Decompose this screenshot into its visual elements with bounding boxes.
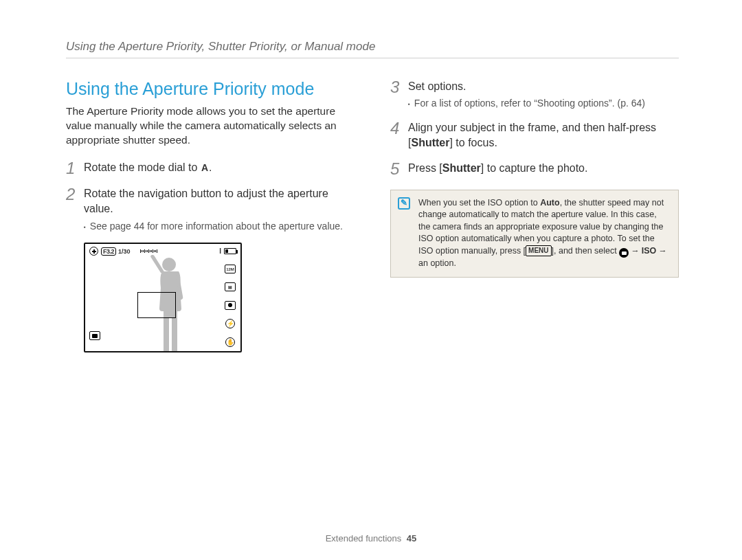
camera-display: F3.2 1/30 I (84, 243, 242, 352)
battery-bars: I (219, 247, 221, 255)
breadcrumb: Using the Aperture Priority, Shutter Pri… (66, 40, 679, 58)
camera-dial-icon (619, 248, 629, 258)
step-number: 3 (390, 79, 408, 96)
iso-label: ISO (642, 246, 657, 256)
step-2: 2 Rotate the navigation button to adjust… (66, 186, 355, 233)
note-icon: ✎ (398, 197, 410, 210)
column-right: 3 Set options. For a list of options, re… (390, 79, 679, 352)
metering-icon (225, 301, 236, 310)
step-text: Align your subject in the frame, and the… (408, 120, 679, 151)
intro-paragraph: The Aperture Priority mode allows you to… (66, 104, 355, 148)
quality-icon: ▤ (225, 282, 236, 291)
aperture-badge: F3.2 (101, 247, 116, 256)
shutter-label: Shutter (442, 162, 481, 174)
display-right-icons: 12M ▤ ⚡ ✋ (224, 265, 236, 347)
step-text: Press [Shutter] to capture the photo. (408, 161, 587, 176)
text-fragment: . (209, 161, 212, 173)
text-fragment: ] to focus. (449, 137, 497, 148)
arrow-icon: → (656, 246, 669, 256)
text-fragment: When you set the ISO option to (418, 198, 540, 208)
text-fragment: ] to capture the photo. (481, 162, 588, 174)
step-subtext: See page 44 for more information about t… (84, 220, 355, 234)
step-text: Rotate the navigation button to adjust t… (84, 186, 355, 233)
step-text: Set options. For a list of options, refe… (408, 79, 645, 111)
drive-mode-icon (89, 331, 100, 340)
ev-scale-icon (135, 249, 220, 253)
subtext-label: See page 44 for more information about t… (90, 220, 343, 234)
note-text: When you set the ISO option to Auto, the… (418, 197, 670, 270)
text-fragment: Press [ (408, 162, 442, 174)
step-1: 1 Rotate the mode dial to A. (66, 160, 355, 177)
column-left: Using the Aperture Priority mode The Ape… (66, 79, 355, 352)
footer-section: Extended functions (326, 533, 402, 544)
section-heading: Using the Aperture Priority mode (66, 79, 355, 99)
svg-point-0 (162, 258, 176, 271)
flash-icon: ⚡ (225, 319, 235, 328)
step-number: 4 (390, 120, 408, 137)
step-3: 3 Set options. For a list of options, re… (390, 79, 679, 111)
stabilizer-icon: ✋ (225, 337, 235, 347)
battery-icon (224, 248, 236, 254)
content-columns: Using the Aperture Priority mode The Ape… (66, 79, 679, 352)
step-number: 5 (390, 161, 408, 177)
step-5: 5 Press [Shutter] to capture the photo. (390, 161, 679, 177)
resolution-icon: 12M (225, 265, 236, 273)
page: Using the Aperture Priority, Shutter Pri… (0, 0, 742, 560)
shutter-speed: 1/30 (118, 248, 131, 255)
text-fragment: an option. (418, 258, 456, 268)
auto-label: Auto (540, 198, 559, 208)
text-fragment: ], and then select (552, 246, 620, 256)
mode-A-icon: A (201, 162, 209, 173)
af-frame-icon (137, 292, 176, 318)
step-number: 1 (66, 160, 84, 177)
text-fragment: Rotate the navigation button to adjust t… (84, 186, 355, 217)
step-number: 2 (66, 186, 84, 203)
arrow-icon: → (629, 246, 642, 256)
page-footer: Extended functions 45 (0, 533, 742, 544)
step-subtext: For a list of options, refer to “Shootin… (408, 97, 645, 111)
menu-button-icon: MENU (526, 245, 551, 256)
note-box: ✎ When you set the ISO option to Auto, t… (390, 190, 679, 278)
subtext-label: For a list of options, refer to “Shootin… (414, 97, 645, 111)
page-number: 45 (407, 533, 416, 544)
shutter-label: Shutter (411, 137, 449, 148)
target-mark-icon (89, 247, 98, 256)
step-4: 4 Align your subject in the frame, and t… (390, 120, 679, 151)
step-text: Rotate the mode dial to A. (84, 160, 212, 175)
text-fragment: Rotate the mode dial to (84, 161, 201, 173)
text-fragment: Set options. (408, 79, 645, 94)
